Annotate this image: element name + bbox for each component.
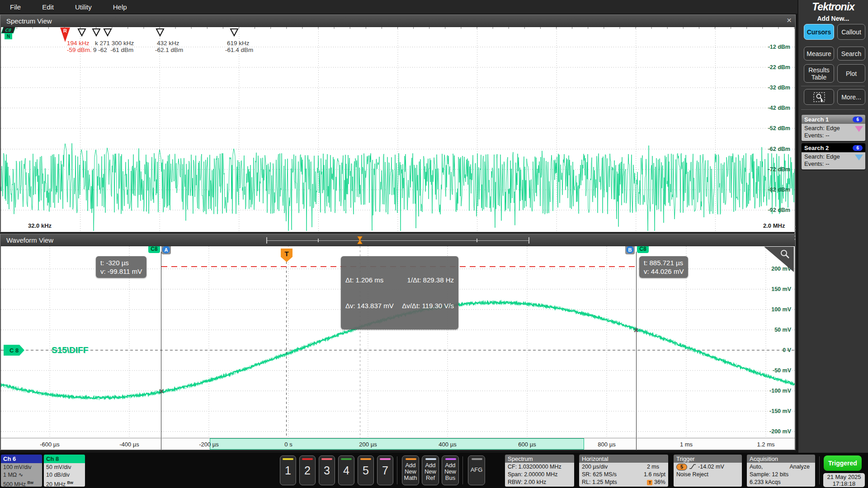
spectrum-plot: C8 N R 194 kHz k 271 300 kHz 432 kHz 619… — [1, 27, 795, 232]
time-tick-label: -200 µs — [191, 441, 227, 448]
panel-splitter-handle[interactable] — [794, 226, 796, 240]
channel2-button[interactable]: 2 — [299, 455, 316, 485]
channel8-badge[interactable]: Ch 8 50 mV/div 10 dB/div 20 MHz Bw — [44, 455, 85, 487]
peak-marker-icon[interactable] — [92, 28, 101, 37]
dbm-tick-label: -82 dBm — [761, 187, 790, 193]
datetime-display: 21 May 2025 17:18:18 — [823, 473, 865, 487]
spectrum-settings-panel[interactable]: Spectrum CF: 1.03200000 MHz Span: 2.0000… — [505, 455, 574, 487]
marker-ampl-label: -59 dBm. — [67, 47, 92, 53]
channel1-button[interactable]: 1 — [280, 455, 296, 485]
menu-utility[interactable]: Utility — [75, 3, 92, 11]
cursor-b-line[interactable] — [636, 252, 637, 438]
time-tick-label: 200 µs — [350, 441, 386, 448]
search-button[interactable]: Search — [837, 47, 865, 61]
close-icon[interactable]: × — [787, 16, 792, 25]
results-table-button[interactable]: Results Table — [804, 64, 834, 83]
mv-tick-label: 150 mV — [762, 286, 791, 292]
marker-freq-label: k 271 300 kHz — [95, 40, 134, 47]
dbm-tick-label: -32 dBm — [761, 84, 790, 91]
trigger-source-badge: 5 — [676, 464, 687, 470]
trigger-settings-panel[interactable]: Trigger 5 -14.02 mV Noise Reject — [674, 455, 742, 487]
dbm-tick-label: -62 dBm — [761, 146, 790, 152]
peak-marker-icon[interactable] — [103, 28, 112, 37]
dbm-tick-label: -12 dBm — [761, 44, 790, 50]
peak-marker-icon[interactable] — [77, 28, 86, 37]
spectrum-normal-badge[interactable]: N — [5, 33, 12, 39]
mv-tick-label: -200 mV — [762, 428, 791, 435]
time-tick-label: 600 µs — [509, 441, 545, 448]
menu-help[interactable]: Help — [113, 3, 127, 11]
peak-marker-icon[interactable] — [156, 28, 165, 37]
trigger-position-icon: T — [647, 480, 652, 485]
channel6-badge[interactable]: Ch 6 100 mV/div 1 MΩ ∿ 500 MHz Bw — [1, 455, 42, 487]
cursor-a-channel-badge: C8 — [148, 246, 160, 253]
plot-button[interactable]: Plot — [837, 64, 865, 83]
time-tick-label: -400 µs — [111, 441, 147, 448]
tektronix-logo: Tektronix — [798, 1, 868, 13]
cursor-delta-readout: Δt: 1.206 ms1/Δt: 829.38 Hz Δv: 143.837 … — [341, 256, 458, 329]
zoom-select-button[interactable] — [804, 89, 834, 105]
search2-marker-icon — [855, 155, 863, 160]
time-axis: -600 µs -400 µs -200 µs 0 s 200 µs 400 µ… — [1, 438, 795, 450]
waveform-view-panel: Waveform View T C8 A B C8 — [0, 234, 796, 450]
add-new-math-button[interactable]: Add New Math — [402, 455, 419, 485]
search2-card[interactable]: Search 2 6 Search: Edge Events: -- — [802, 143, 865, 169]
mv-tick-label: 50 mV — [762, 327, 791, 333]
marker-freq-label: 194 kHz — [67, 40, 90, 47]
mv-tick-label: 100 mV — [762, 306, 791, 313]
time-tick-label: 0 s — [270, 441, 307, 448]
spectrum-time-marker-icon[interactable] — [357, 236, 363, 244]
more-button[interactable]: More... — [837, 89, 865, 105]
channel7-button[interactable]: 7 — [377, 455, 393, 485]
cursors-button[interactable]: Cursors — [804, 24, 834, 40]
cursor-b-cross-icon: × — [633, 325, 638, 335]
add-new-label: Add New... — [798, 15, 868, 22]
peak-marker-icon[interactable] — [230, 28, 239, 37]
cursor-a-line[interactable] — [161, 252, 161, 438]
cursor-b-readout: t: 885.721 µsv: 44.026 mV — [639, 256, 688, 278]
cursor-a-readout: t: -320 µsv: -99.811 mV — [96, 256, 146, 278]
trigger-position-line[interactable] — [286, 262, 287, 438]
spectrum-stop-freq-label: 2.0 MHz — [763, 222, 785, 229]
menu-file[interactable]: File — [10, 3, 21, 11]
add-new-bus-button[interactable]: Add New Bus — [442, 455, 459, 485]
horizontal-settings-panel[interactable]: Horizontal 200 µs/div2 ms SR: 625 MS/s1.… — [579, 455, 668, 487]
spectrum-view-title: Spectrum View — [6, 17, 52, 25]
spectrum-time-bracket[interactable] — [266, 240, 529, 241]
dbm-tick-label: -22 dBm — [761, 64, 790, 70]
channel3-button[interactable]: 3 — [319, 455, 335, 485]
marker-ampl-label: -62.1 dBm — [155, 47, 183, 53]
cursor-a-badge[interactable]: A — [161, 246, 171, 254]
spectrum-trace-svg — [1, 27, 795, 232]
dbm-tick-label: -52 dBm — [761, 125, 790, 131]
waveform-view-title: Waveform View — [6, 236, 53, 244]
dbm-tick-label: -92 dBm — [761, 207, 790, 213]
marker-freq-label: 619 kHz — [227, 40, 250, 47]
channel5-button[interactable]: 5 — [358, 455, 374, 485]
search2-count-badge: 6 — [853, 145, 863, 151]
status-bar: Ch 6 100 mV/div 1 MΩ ∿ 500 MHz Bw Ch 8 5… — [0, 453, 868, 488]
spectrum-view-titlebar: Spectrum View × — [0, 15, 795, 27]
spectrum-channel-badge[interactable]: C8 — [1, 27, 16, 33]
sidebar: Tektronix Add New... Cursors Callout Mea… — [798, 0, 868, 453]
measure-button[interactable]: Measure — [804, 47, 834, 61]
add-new-ref-button[interactable]: Add New Ref — [422, 455, 439, 485]
search1-count-badge: 6 — [853, 117, 863, 122]
marker-freq-label: 432 kHz — [157, 40, 179, 47]
oscilloscope-screen: File Edit Utility Help Spectrum View × C… — [0, 0, 868, 488]
mv-tick-label: -50 mV — [762, 367, 791, 374]
rising-edge-icon — [689, 463, 697, 469]
afg-button[interactable]: AFG — [468, 455, 485, 485]
callout-button[interactable]: Callout — [837, 24, 865, 40]
acquisition-settings-panel[interactable]: Acquisition Auto,Analyze Sample: 12 bits… — [747, 455, 815, 487]
spectrum-start-freq-label: 32.0 kHz — [28, 222, 52, 229]
mv-tick-label: -100 mV — [762, 388, 791, 394]
search1-card[interactable]: Search 1 6 Search: Edge Events: -- — [802, 115, 865, 141]
channel4-button[interactable]: 4 — [338, 455, 354, 485]
cursor-b-badge[interactable]: B — [625, 246, 635, 254]
search1-marker-icon — [855, 126, 863, 132]
mv-tick-label: -150 mV — [762, 408, 791, 414]
time-tick-label: 800 µs — [589, 441, 625, 448]
menu-edit[interactable]: Edit — [42, 3, 54, 11]
mv-tick-label: 0 V — [762, 347, 791, 353]
